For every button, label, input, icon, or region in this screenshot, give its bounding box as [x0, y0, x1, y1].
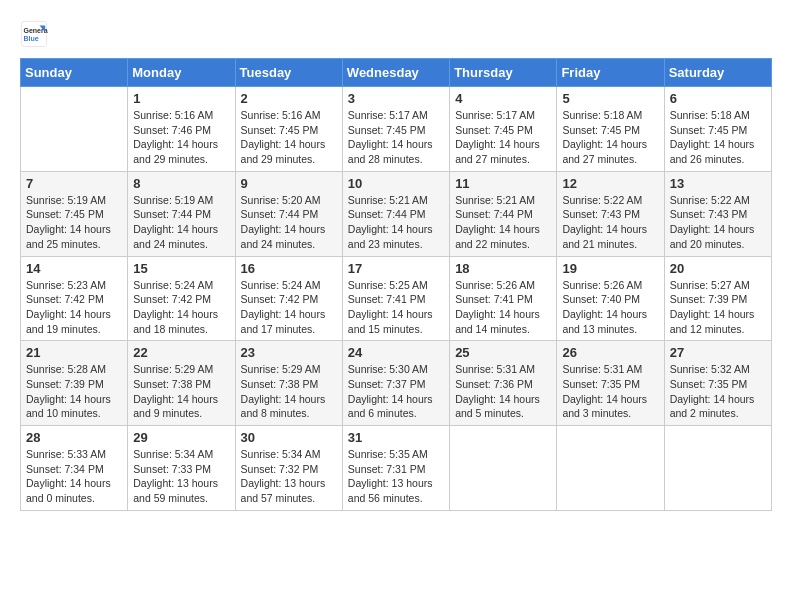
calendar-week-row: 1Sunrise: 5:16 AM Sunset: 7:46 PM Daylig…	[21, 87, 772, 172]
calendar-cell: 13Sunrise: 5:22 AM Sunset: 7:43 PM Dayli…	[664, 171, 771, 256]
calendar-cell: 21Sunrise: 5:28 AM Sunset: 7:39 PM Dayli…	[21, 341, 128, 426]
day-info: Sunrise: 5:19 AM Sunset: 7:45 PM Dayligh…	[26, 193, 122, 252]
day-info: Sunrise: 5:30 AM Sunset: 7:37 PM Dayligh…	[348, 362, 444, 421]
calendar-week-row: 14Sunrise: 5:23 AM Sunset: 7:42 PM Dayli…	[21, 256, 772, 341]
day-info: Sunrise: 5:17 AM Sunset: 7:45 PM Dayligh…	[455, 108, 551, 167]
day-info: Sunrise: 5:29 AM Sunset: 7:38 PM Dayligh…	[241, 362, 337, 421]
page-header: General Blue	[20, 20, 772, 48]
day-info: Sunrise: 5:16 AM Sunset: 7:46 PM Dayligh…	[133, 108, 229, 167]
day-number: 11	[455, 176, 551, 191]
day-info: Sunrise: 5:27 AM Sunset: 7:39 PM Dayligh…	[670, 278, 766, 337]
calendar-header-row: SundayMondayTuesdayWednesdayThursdayFrid…	[21, 59, 772, 87]
calendar-cell: 30Sunrise: 5:34 AM Sunset: 7:32 PM Dayli…	[235, 426, 342, 511]
day-number: 30	[241, 430, 337, 445]
day-number: 29	[133, 430, 229, 445]
calendar-cell: 12Sunrise: 5:22 AM Sunset: 7:43 PM Dayli…	[557, 171, 664, 256]
day-number: 18	[455, 261, 551, 276]
day-info: Sunrise: 5:29 AM Sunset: 7:38 PM Dayligh…	[133, 362, 229, 421]
weekday-header: Thursday	[450, 59, 557, 87]
weekday-header: Saturday	[664, 59, 771, 87]
day-info: Sunrise: 5:18 AM Sunset: 7:45 PM Dayligh…	[562, 108, 658, 167]
day-number: 24	[348, 345, 444, 360]
day-number: 9	[241, 176, 337, 191]
calendar-week-row: 28Sunrise: 5:33 AM Sunset: 7:34 PM Dayli…	[21, 426, 772, 511]
calendar-cell	[450, 426, 557, 511]
day-number: 6	[670, 91, 766, 106]
calendar-cell: 4Sunrise: 5:17 AM Sunset: 7:45 PM Daylig…	[450, 87, 557, 172]
day-info: Sunrise: 5:24 AM Sunset: 7:42 PM Dayligh…	[133, 278, 229, 337]
day-info: Sunrise: 5:22 AM Sunset: 7:43 PM Dayligh…	[562, 193, 658, 252]
day-info: Sunrise: 5:16 AM Sunset: 7:45 PM Dayligh…	[241, 108, 337, 167]
day-info: Sunrise: 5:26 AM Sunset: 7:41 PM Dayligh…	[455, 278, 551, 337]
day-number: 22	[133, 345, 229, 360]
weekday-header: Wednesday	[342, 59, 449, 87]
day-number: 1	[133, 91, 229, 106]
day-number: 21	[26, 345, 122, 360]
calendar-cell: 24Sunrise: 5:30 AM Sunset: 7:37 PM Dayli…	[342, 341, 449, 426]
calendar-cell: 6Sunrise: 5:18 AM Sunset: 7:45 PM Daylig…	[664, 87, 771, 172]
day-number: 5	[562, 91, 658, 106]
weekday-header: Sunday	[21, 59, 128, 87]
calendar-cell: 20Sunrise: 5:27 AM Sunset: 7:39 PM Dayli…	[664, 256, 771, 341]
calendar-cell: 3Sunrise: 5:17 AM Sunset: 7:45 PM Daylig…	[342, 87, 449, 172]
day-info: Sunrise: 5:34 AM Sunset: 7:32 PM Dayligh…	[241, 447, 337, 506]
logo-icon: General Blue	[20, 20, 48, 48]
calendar-cell: 26Sunrise: 5:31 AM Sunset: 7:35 PM Dayli…	[557, 341, 664, 426]
calendar-cell: 9Sunrise: 5:20 AM Sunset: 7:44 PM Daylig…	[235, 171, 342, 256]
calendar-cell: 23Sunrise: 5:29 AM Sunset: 7:38 PM Dayli…	[235, 341, 342, 426]
day-number: 14	[26, 261, 122, 276]
calendar-cell	[557, 426, 664, 511]
day-number: 25	[455, 345, 551, 360]
day-number: 23	[241, 345, 337, 360]
calendar-cell: 14Sunrise: 5:23 AM Sunset: 7:42 PM Dayli…	[21, 256, 128, 341]
day-number: 2	[241, 91, 337, 106]
day-info: Sunrise: 5:26 AM Sunset: 7:40 PM Dayligh…	[562, 278, 658, 337]
calendar-cell	[21, 87, 128, 172]
weekday-header: Monday	[128, 59, 235, 87]
day-info: Sunrise: 5:33 AM Sunset: 7:34 PM Dayligh…	[26, 447, 122, 506]
day-info: Sunrise: 5:17 AM Sunset: 7:45 PM Dayligh…	[348, 108, 444, 167]
day-info: Sunrise: 5:28 AM Sunset: 7:39 PM Dayligh…	[26, 362, 122, 421]
day-number: 16	[241, 261, 337, 276]
calendar-cell: 5Sunrise: 5:18 AM Sunset: 7:45 PM Daylig…	[557, 87, 664, 172]
day-info: Sunrise: 5:23 AM Sunset: 7:42 PM Dayligh…	[26, 278, 122, 337]
calendar-cell: 22Sunrise: 5:29 AM Sunset: 7:38 PM Dayli…	[128, 341, 235, 426]
day-info: Sunrise: 5:31 AM Sunset: 7:35 PM Dayligh…	[562, 362, 658, 421]
calendar-cell: 28Sunrise: 5:33 AM Sunset: 7:34 PM Dayli…	[21, 426, 128, 511]
day-number: 31	[348, 430, 444, 445]
logo: General Blue	[20, 20, 52, 48]
day-number: 19	[562, 261, 658, 276]
calendar-table: SundayMondayTuesdayWednesdayThursdayFrid…	[20, 58, 772, 511]
day-info: Sunrise: 5:32 AM Sunset: 7:35 PM Dayligh…	[670, 362, 766, 421]
calendar-week-row: 7Sunrise: 5:19 AM Sunset: 7:45 PM Daylig…	[21, 171, 772, 256]
calendar-cell: 16Sunrise: 5:24 AM Sunset: 7:42 PM Dayli…	[235, 256, 342, 341]
day-number: 17	[348, 261, 444, 276]
day-number: 3	[348, 91, 444, 106]
calendar-cell: 1Sunrise: 5:16 AM Sunset: 7:46 PM Daylig…	[128, 87, 235, 172]
day-number: 12	[562, 176, 658, 191]
calendar-cell	[664, 426, 771, 511]
day-info: Sunrise: 5:18 AM Sunset: 7:45 PM Dayligh…	[670, 108, 766, 167]
weekday-header: Friday	[557, 59, 664, 87]
calendar-cell: 31Sunrise: 5:35 AM Sunset: 7:31 PM Dayli…	[342, 426, 449, 511]
day-info: Sunrise: 5:35 AM Sunset: 7:31 PM Dayligh…	[348, 447, 444, 506]
calendar-week-row: 21Sunrise: 5:28 AM Sunset: 7:39 PM Dayli…	[21, 341, 772, 426]
day-number: 7	[26, 176, 122, 191]
day-info: Sunrise: 5:25 AM Sunset: 7:41 PM Dayligh…	[348, 278, 444, 337]
day-number: 26	[562, 345, 658, 360]
day-info: Sunrise: 5:21 AM Sunset: 7:44 PM Dayligh…	[348, 193, 444, 252]
day-info: Sunrise: 5:19 AM Sunset: 7:44 PM Dayligh…	[133, 193, 229, 252]
weekday-header: Tuesday	[235, 59, 342, 87]
calendar-cell: 17Sunrise: 5:25 AM Sunset: 7:41 PM Dayli…	[342, 256, 449, 341]
day-number: 13	[670, 176, 766, 191]
calendar-cell: 18Sunrise: 5:26 AM Sunset: 7:41 PM Dayli…	[450, 256, 557, 341]
day-number: 15	[133, 261, 229, 276]
calendar-cell: 10Sunrise: 5:21 AM Sunset: 7:44 PM Dayli…	[342, 171, 449, 256]
day-number: 27	[670, 345, 766, 360]
day-number: 10	[348, 176, 444, 191]
day-number: 8	[133, 176, 229, 191]
day-number: 4	[455, 91, 551, 106]
day-number: 20	[670, 261, 766, 276]
svg-rect-0	[21, 21, 46, 46]
calendar-cell: 8Sunrise: 5:19 AM Sunset: 7:44 PM Daylig…	[128, 171, 235, 256]
